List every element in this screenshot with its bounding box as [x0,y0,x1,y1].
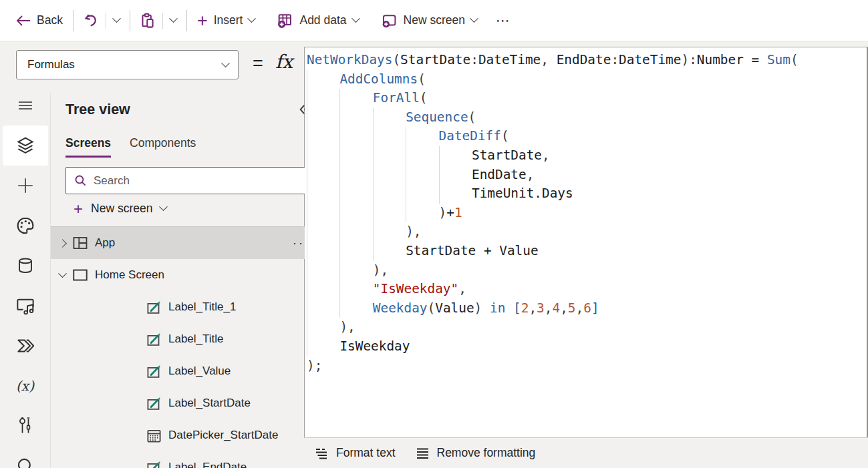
code-line: "IsWeekday", [307,280,867,299]
new-screen-button[interactable]: New screen [382,13,477,28]
datepicker-icon [145,429,162,443]
undo-button[interactable] [84,13,98,28]
chevron-right-icon[interactable] [58,239,67,248]
panel-title: Tree view [65,101,130,118]
code-line: Weekday(Value) in [2,3,4,5,6] [307,299,867,318]
label-icon [145,332,162,346]
formula-editor[interactable]: NetWorkDays(StartDate:DateTime, EndDate:… [304,47,868,437]
back-button[interactable]: Back [16,13,63,27]
insert-label: Insert [214,13,243,27]
code-line: ), [307,222,867,242]
tree-item-label: Label_Title_1 [168,300,236,314]
rail-item-power-automate[interactable] [0,326,50,366]
editor-footer: Format text Remove formatting [304,437,868,468]
tree-rows: App···Home ScreenLabel_Title_1Label_Titl… [51,227,305,468]
toolbar-subdivider [162,13,163,29]
plus-icon: + [197,14,208,27]
new-screen-chevron-icon [470,14,478,23]
advanced-tools-icon [17,416,33,436]
undo-dropdown-chevron-icon[interactable] [112,14,121,23]
rail-item-insert-plus[interactable] [0,166,50,206]
rail-item-menu[interactable] [0,85,50,126]
tree-item-label-title-1[interactable]: Label_Title_1 [51,291,305,323]
rail-item-tree-view[interactable] [3,126,48,166]
code-line: StartDate, [307,146,867,166]
tab-components[interactable]: Components [130,136,196,158]
tree-item-label: App [95,236,115,250]
paste-icon [140,13,155,29]
variables-icon: (x) [16,378,34,394]
tree-item-label: Home Screen [95,268,164,282]
tab-screens[interactable]: Screens [65,136,111,158]
tree-item-label: Label_Value [168,365,231,378]
fx-symbol: fx [275,51,293,73]
tree-item-label-startdate[interactable]: Label_StartDate [51,387,305,419]
tree-item-label-value[interactable]: Label_Value [51,355,305,387]
equals-sign: = [253,53,263,74]
search-input[interactable] [92,174,255,188]
back-arrow-icon [16,15,31,26]
insert-plus-icon [16,176,35,195]
item-more-options-button[interactable]: ··· [293,236,305,250]
tree-item-datepicker-startdate[interactable]: DatePicker_StartDate [51,419,305,451]
code-line: StartDate + Value [307,242,867,261]
toolbar-divider [73,10,74,31]
add-data-button[interactable]: Add data [277,13,358,29]
format-text-label: Format text [336,446,396,460]
rail-item-variables[interactable]: (x) [0,366,50,406]
paste-button[interactable] [140,13,155,29]
label-icon [145,300,162,314]
tree-item-label-enddate[interactable]: Label_EndDate [51,451,305,468]
toolbar-divider [186,10,187,31]
screen-icon [71,268,89,282]
formula-property-dropdown[interactable]: Formulas [16,50,239,79]
remove-formatting-button[interactable]: Remove formatting [416,446,536,460]
app-icon [71,236,89,250]
search-icon [17,457,34,468]
new-screen-chevron-icon [160,202,168,211]
formula-property-value: Formulas [27,58,75,71]
tree-new-screen-button[interactable]: + New screen [74,202,166,216]
code-line: IsWeekday [307,337,867,357]
media-icon [15,296,35,315]
rail-item-advanced-tools[interactable] [0,406,50,446]
rail-item-palette[interactable] [0,206,50,246]
tree-search-box [65,167,305,194]
label-icon [145,365,162,379]
add-data-chevron-icon [351,14,360,23]
new-screen-icon [382,13,398,28]
palette-icon [16,216,35,235]
label-icon [145,397,162,411]
code-line: Sequence( [307,108,867,128]
data-icon [17,256,34,275]
tree-item-label: Label_StartDate [168,397,251,410]
more-commands-button[interactable]: ⋯ [496,13,511,29]
dropdown-chevron-icon [221,59,230,67]
code-content: NetWorkDays(StartDate:DateTime, EndDate:… [305,47,867,375]
code-line: ), [307,318,867,337]
tree-view-icon [16,136,35,155]
menu-icon [17,97,34,114]
code-line: )+1 [307,204,867,223]
chevron-down-icon[interactable] [58,269,67,278]
undo-icon [84,13,98,28]
top-toolbar: Back + Insert Add data New screen [0,0,868,41]
add-data-label: Add data [299,13,346,27]
paste-dropdown-chevron-icon[interactable] [169,14,178,23]
code-line: EndDate, [307,166,867,185]
format-text-icon [315,447,329,459]
rail-item-media[interactable] [0,286,50,326]
tree-item-app[interactable]: App··· [51,227,305,259]
format-text-button[interactable]: Format text [315,446,396,460]
tree-item-home screen[interactable]: Home Screen [51,259,305,291]
rail-item-search[interactable] [0,446,50,468]
tree-item-label-title[interactable]: Label_Title [51,323,305,355]
new-screen-label: New screen [404,13,465,27]
remove-formatting-label: Remove formatting [437,446,536,460]
tree-new-screen-label: New screen [91,202,152,216]
collapse-panel-icon[interactable] [297,103,305,116]
insert-chevron-icon [248,14,257,23]
insert-button[interactable]: + Insert [197,13,255,27]
rail-item-data[interactable] [0,246,50,286]
left-rail: (x) [0,85,50,468]
